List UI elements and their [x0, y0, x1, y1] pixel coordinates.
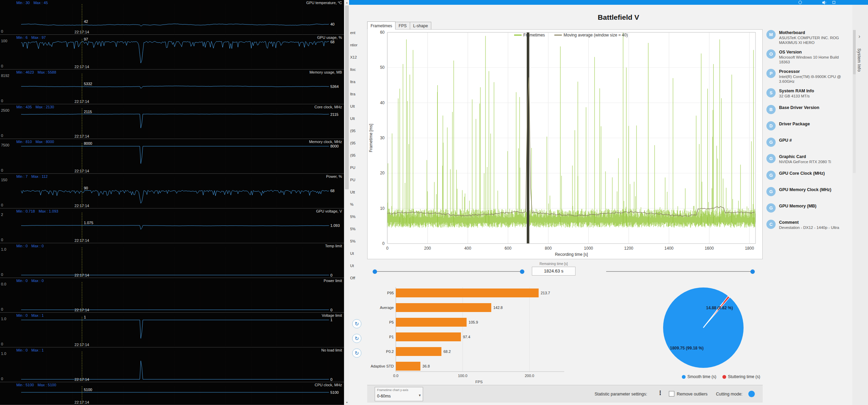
graph-title: CPU clock, MHz: [315, 383, 342, 387]
kebab-menu-icon[interactable]: ⋮: [657, 389, 663, 396]
time-cursor: [82, 352, 82, 381]
min-max-label: Min : 810 Max : 8000: [16, 140, 54, 144]
sync-button[interactable]: ↻: [352, 334, 361, 343]
axis-zero-label: 0: [1, 377, 3, 381]
record-list-item-truncated[interactable]: 5%: [350, 227, 356, 231]
slider-handle[interactable]: [520, 269, 524, 274]
cursor-value-label: 2115: [84, 110, 92, 114]
titlebar-circle-icon[interactable]: [798, 1, 802, 4]
record-list-item-truncated[interactable]: 5%: [350, 239, 356, 243]
system-info-panel: MMotherboardASUSTeK COMPUTER INC. ROG MA…: [766, 30, 854, 236]
stutter-band: [528, 32, 529, 244]
record-list-item-truncated[interactable]: %: [350, 202, 354, 206]
right-edge-value: 5364: [330, 84, 339, 89]
record-list-item-truncated[interactable]: Utt: [350, 190, 355, 194]
record-list-item-truncated[interactable]: 5%: [350, 215, 356, 219]
monitor-section: 0Min : 30 Max : 45GPU temperature, °C424…: [0, 0, 344, 35]
cutting-mode-label: Cutting mode:: [716, 392, 743, 396]
record-list-item-truncated[interactable]: ltra: [350, 80, 355, 84]
axis-zero-label: 0: [1, 99, 3, 103]
avatar: S: [766, 88, 776, 97]
sysinfo-item: MMotherboardASUSTeK COMPUTER INC. ROG MA…: [766, 30, 854, 45]
record-list-item-truncated[interactable]: (95: [350, 153, 356, 157]
cursor-value-label: 97: [84, 37, 88, 41]
sysinfo-item-subtitle: 32 GB 4133 MT/s: [779, 94, 814, 98]
time-cursor: [82, 213, 82, 242]
record-list-item-truncated[interactable]: X12: [350, 55, 357, 59]
record-list-item-truncated[interactable]: (95: [350, 129, 356, 133]
record-list-item-truncated[interactable]: Ut: [350, 264, 354, 268]
cut-slider-left[interactable]: [375, 271, 522, 272]
record-list-item-truncated[interactable]: PU: [350, 166, 355, 170]
chart-tabs: FrametimesFPSL-shape: [367, 21, 431, 30]
chevron-right-icon[interactable]: ›: [858, 33, 860, 40]
monitor-section: 1.00Min : 0 Max : 1No load limit022:17:1…: [0, 347, 344, 382]
record-list-item-truncated[interactable]: lloc: [350, 67, 356, 72]
legend-label: Smooth time (s): [687, 374, 716, 379]
legend-label: Moving average (window size = 40): [564, 33, 628, 37]
titlebar-flag-icon[interactable]: [833, 1, 835, 4]
record-list-item-truncated[interactable]: Ut: [350, 251, 354, 255]
cut-slider-right[interactable]: [606, 271, 753, 272]
sysinfo-item: GGPU Core Clock (MHz): [766, 171, 854, 180]
slider-handle[interactable]: [373, 269, 377, 274]
record-list-item-truncated[interactable]: ltra: [350, 92, 355, 96]
right-edge-value: 1: [330, 318, 332, 322]
axis-max-label: 0.0: [1, 282, 6, 286]
sysinfo-scrollbar[interactable]: [853, 30, 856, 173]
graph-title: Memory usage, MB: [310, 70, 342, 74]
tab-frametimes[interactable]: Frametimes: [367, 21, 395, 30]
scroll-up-icon[interactable]: ▲: [344, 0, 349, 5]
record-list-item-truncated[interactable]: PU: [350, 178, 355, 182]
right-edge-value: 5100: [330, 390, 339, 394]
sync-button[interactable]: ↻: [352, 348, 361, 358]
yaxis-select-label: Frametime chart y-axis: [377, 388, 408, 392]
cursor-value-label: 1.075: [84, 221, 93, 225]
scroll-down-icon[interactable]: ▼: [344, 400, 349, 405]
frametime-chart[interactable]: 0102030405060020040060080010001200140016…: [368, 30, 762, 259]
sysinfo-item: GGPU Memory (MB): [766, 203, 854, 213]
volume-icon[interactable]: [822, 1, 827, 4]
axis-zero-label: 0: [1, 134, 3, 138]
x-axis-label: Recording time [s]: [555, 252, 588, 257]
graph-title: Memory clock, MHz: [309, 140, 342, 144]
slider-handle[interactable]: [750, 269, 755, 274]
tab-fps[interactable]: FPS: [395, 22, 410, 30]
record-list-item-truncated[interactable]: ent: [350, 31, 355, 35]
sync-button[interactable]: ↻: [352, 319, 361, 328]
svg-text:200.0: 200.0: [525, 374, 534, 378]
time-cursor: [82, 317, 82, 346]
sysinfo-item: DDriver Package: [766, 121, 854, 130]
svg-text:0.0: 0.0: [393, 374, 398, 378]
monitor-section: 1.00Min : 0 Max : 1Voltage limit1122:17:…: [0, 313, 344, 347]
frametime-series: [387, 32, 755, 228]
record-list-item-truncated[interactable]: (95: [350, 141, 356, 145]
record-list-item-truncated[interactable]: Ult: [350, 116, 355, 121]
legend-item: Smooth time (s): [682, 374, 716, 379]
sysinfo-item-title: Comment: [779, 220, 839, 225]
time-cursor: [82, 74, 82, 103]
record-list-item-truncated[interactable]: Off: [350, 276, 355, 280]
min-max-label: Min : 0 Max : 0: [16, 279, 44, 283]
record-list-item-truncated[interactable]: ntior: [350, 43, 357, 47]
cutting-mode-toggle[interactable]: [748, 391, 755, 397]
tab-l-shape[interactable]: L-shape: [410, 22, 431, 30]
monitor-scrollbar-thumb[interactable]: [345, 5, 349, 189]
svg-text:0: 0: [386, 246, 389, 251]
remove-outliers-checkbox[interactable]: [669, 391, 674, 396]
graph-title: Voltage limit: [322, 313, 342, 317]
sysinfo-scrollbar-thumb[interactable]: [853, 30, 856, 74]
monitor-scrollbar[interactable]: ▲ ▼: [344, 0, 349, 405]
min-max-label: Min : 0.718 Max : 1.093: [16, 209, 58, 213]
svg-text:1600: 1600: [705, 246, 714, 251]
bar-category-label: P5: [389, 320, 394, 324]
x-axis-label: FPS: [475, 380, 482, 384]
stat-bar: [396, 362, 420, 371]
svg-text:1000: 1000: [584, 246, 593, 251]
record-list-item-truncated[interactable]: Ult: [350, 104, 355, 108]
system-info-side-tab[interactable]: System Info: [857, 48, 862, 72]
min-max-label: Min : 0 Max : 1: [16, 313, 44, 317]
sysinfo-item-title: GPU Memory (MB): [779, 203, 817, 209]
yaxis-select[interactable]: Frametime chart y-axis 0-60ms ▾: [375, 387, 423, 401]
monitor-section: 20Min : 0.718 Max : 1.093GPU voltage, V1…: [0, 208, 344, 243]
